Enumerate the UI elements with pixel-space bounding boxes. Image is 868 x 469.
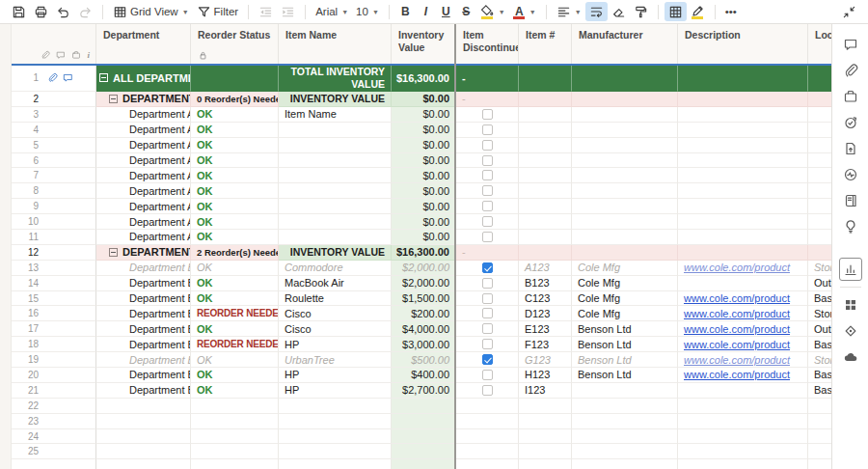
column-header-location[interactable]: Location — [808, 24, 831, 64]
cell-reorder[interactable]: OK — [191, 383, 279, 399]
cell-reorder[interactable]: OK — [191, 199, 279, 214]
cell-reorder[interactable]: OK — [191, 168, 279, 183]
row-number[interactable]: 23 — [0, 414, 96, 429]
cell-location[interactable] — [808, 107, 831, 123]
cell-disc[interactable] — [456, 321, 519, 337]
row-number[interactable]: 1 — [0, 65, 96, 92]
cell-inventory[interactable]: $0.00 — [392, 183, 456, 199]
cell-item_no[interactable] — [519, 444, 572, 459]
cell-department[interactable]: Department B — [96, 321, 191, 337]
cell-manufacturer[interactable] — [572, 199, 678, 214]
discontinued-checkbox[interactable] — [482, 293, 493, 304]
cell-description[interactable] — [678, 107, 808, 123]
discontinued-checkbox[interactable] — [482, 385, 493, 396]
cell-disc[interactable] — [456, 306, 519, 321]
cell-inventory[interactable] — [392, 399, 456, 414]
description-link[interactable]: www.cole.com/product — [684, 369, 790, 380]
cell-department[interactable]: Department A — [96, 230, 191, 245]
cell-location[interactable] — [808, 153, 831, 169]
column-header-inventory[interactable]: Inventory Value — [392, 24, 456, 64]
cell-location[interactable] — [808, 459, 831, 469]
cell-item_name[interactable] — [279, 138, 392, 153]
cell-location[interactable] — [808, 399, 831, 414]
cell-item_name[interactable] — [279, 199, 392, 214]
cell-location[interactable] — [808, 414, 831, 429]
cell-description[interactable]: www.cole.com/product — [678, 368, 808, 383]
cell-disc[interactable] — [456, 138, 519, 153]
row-number[interactable]: 14 — [0, 276, 96, 291]
row-header-corner[interactable]: i — [0, 24, 96, 64]
italic-button[interactable]: I — [416, 2, 436, 21]
cell-manufacturer[interactable] — [572, 245, 678, 261]
row-number[interactable] — [0, 459, 96, 469]
cell-department[interactable]: ALL DEPARTMENTS — [96, 65, 191, 92]
cell-department[interactable]: Department A — [96, 214, 191, 230]
cell-reorder[interactable]: 0 Reorder(s) Needed — [191, 92, 279, 107]
align-button[interactable]: ▼ — [553, 2, 585, 21]
discontinued-checkbox[interactable] — [482, 124, 493, 135]
cell-item_no[interactable] — [519, 107, 572, 123]
cell-manufacturer[interactable] — [572, 92, 678, 107]
cell-department[interactable]: Department B — [96, 261, 191, 276]
cell-department[interactable]: Department A — [96, 199, 191, 214]
description-link[interactable]: www.cole.com/product — [684, 323, 790, 335]
cell-item_no[interactable]: I123 — [519, 383, 572, 399]
column-header-reorder[interactable]: Reorder Status — [191, 24, 279, 64]
cell-disc[interactable]: - — [456, 245, 519, 261]
cell-item_no[interactable] — [519, 168, 572, 183]
cell-department[interactable]: Department B — [96, 306, 191, 321]
cell-disc[interactable] — [456, 444, 519, 459]
description-link[interactable]: www.cole.com/product — [684, 339, 790, 350]
cell-manufacturer[interactable] — [572, 107, 678, 123]
cell-manufacturer[interactable]: Benson Ltd — [572, 368, 678, 383]
cell-location[interactable]: Basement — [808, 383, 831, 399]
cell-inventory[interactable]: $0.00 — [392, 123, 456, 138]
cell-department[interactable]: Department A — [96, 107, 191, 123]
cell-location[interactable]: Storage — [808, 352, 831, 368]
cell-description[interactable]: www.cole.com/product — [678, 352, 808, 368]
cell-department[interactable]: Department B — [96, 352, 191, 368]
cell-location[interactable]: Outside — [808, 321, 831, 337]
cell-item_no[interactable]: A123 — [519, 261, 572, 276]
cell-location[interactable] — [808, 92, 831, 107]
cell-inventory[interactable]: $200.00 — [392, 306, 456, 321]
redo-button[interactable] — [74, 2, 96, 21]
row-number[interactable]: 6 — [0, 153, 96, 169]
cell-inventory[interactable]: $3,000.00 — [392, 337, 456, 352]
row-number[interactable]: 17 — [0, 321, 96, 337]
cell-department[interactable]: Department A — [96, 138, 191, 153]
cell-disc[interactable]: - — [456, 65, 519, 92]
cell-description[interactable] — [678, 459, 808, 469]
cell-manufacturer[interactable] — [572, 123, 678, 138]
collapse-toggle[interactable] — [109, 95, 118, 103]
cell-description[interactable] — [678, 138, 808, 153]
cell-manufacturer[interactable] — [572, 429, 678, 445]
cell-reorder[interactable]: OK — [191, 291, 279, 307]
cell-disc[interactable] — [456, 214, 519, 230]
collapse-toggle[interactable] — [109, 248, 118, 257]
row-number[interactable]: 10 — [0, 214, 96, 230]
cell-item_name[interactable]: INVENTORY VALUE — [279, 245, 392, 261]
cell-item_name[interactable] — [279, 168, 392, 183]
cell-description[interactable] — [678, 92, 808, 107]
cell-reorder[interactable]: OK — [191, 123, 279, 138]
cell-item_no[interactable] — [519, 245, 572, 261]
rail-charts-button[interactable] — [839, 258, 862, 281]
cell-manufacturer[interactable]: Benson Ltd — [572, 352, 678, 368]
column-header-item_no[interactable]: Item # — [519, 24, 572, 64]
format-painter-button[interactable] — [630, 2, 652, 21]
collapse-toggle[interactable] — [99, 73, 108, 82]
cell-department[interactable] — [96, 414, 191, 429]
cell-department[interactable] — [96, 459, 191, 469]
cell-item_no[interactable] — [519, 429, 572, 445]
outdent-button[interactable] — [255, 2, 277, 21]
cell-manufacturer[interactable] — [572, 399, 678, 414]
cell-location[interactable] — [808, 245, 831, 261]
cell-description[interactable] — [678, 383, 808, 399]
cell-inventory[interactable] — [392, 429, 456, 445]
cell-department[interactable]: DEPARTMENT B — [96, 245, 191, 261]
cell-description[interactable] — [678, 444, 808, 459]
row-number[interactable]: 9 — [0, 199, 96, 214]
cell-disc[interactable] — [456, 368, 519, 383]
cell-disc[interactable] — [456, 199, 519, 214]
